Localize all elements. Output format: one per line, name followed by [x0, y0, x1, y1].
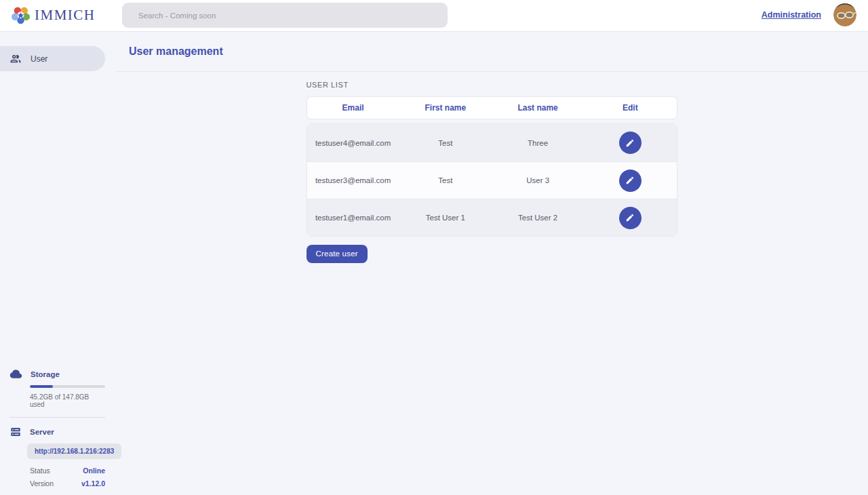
user-table-row: testuser3@email.com Test User 3 — [307, 161, 677, 199]
edit-user-button[interactable] — [619, 207, 642, 229]
user-list-label: USER LIST — [307, 81, 677, 89]
pencil-icon — [625, 176, 635, 185]
user-last-name-cell: Three — [492, 139, 584, 147]
sidebar: User Storage 45.2GB of 147.8GB used — [0, 32, 115, 495]
version-label: Version — [30, 479, 54, 488]
user-email-cell: testuser4@email.com — [307, 139, 399, 147]
storage-progress-bar — [30, 385, 105, 388]
server-status-row: Status Online — [30, 467, 105, 475]
sidebar-divider — [9, 417, 105, 418]
column-header-first-name: First name — [399, 103, 492, 113]
administration-link[interactable]: Administration — [762, 10, 821, 20]
server-section-header: Server — [9, 426, 105, 438]
user-email-cell: testuser1@email.com — [307, 214, 399, 222]
create-user-button[interactable]: Create user — [307, 245, 368, 263]
cloud-icon — [9, 368, 22, 380]
sidebar-footer: Storage 45.2GB of 147.8GB used Server ht… — [0, 368, 115, 488]
storage-usage-text: 45.2GB of 147.8GB used — [30, 393, 105, 408]
user-last-name-cell: User 3 — [492, 176, 584, 184]
pencil-icon — [625, 213, 635, 222]
status-label: Status — [30, 467, 50, 475]
edit-user-button[interactable] — [619, 132, 642, 154]
user-first-name-cell: Test User 1 — [399, 214, 492, 222]
server-title: Server — [30, 428, 54, 436]
user-first-name-cell: Test — [399, 139, 492, 147]
column-header-email: Email — [307, 103, 399, 113]
storage-title: Storage — [31, 370, 60, 378]
immich-flower-icon — [12, 6, 30, 24]
version-value: v1.12.0 — [81, 479, 105, 488]
user-first-name-cell: Test — [399, 176, 492, 184]
users-icon — [9, 53, 22, 65]
app-title: IMMICH — [35, 7, 96, 24]
search-input[interactable] — [122, 3, 448, 28]
user-list-section: USER LIST EmailFirst nameLast nameEdit t… — [307, 81, 677, 263]
status-value: Online — [83, 467, 105, 475]
server-version-row: Version v1.12.0 — [30, 479, 105, 488]
top-bar: IMMICH Administration — [0, 0, 868, 32]
sidebar-item-user[interactable]: User — [0, 46, 105, 71]
user-table-row: testuser4@email.com Test Three — [307, 124, 677, 161]
user-avatar[interactable] — [833, 3, 856, 26]
pencil-icon — [625, 138, 635, 148]
user-table-row: testuser1@email.com Test User 1 Test Use… — [307, 199, 677, 236]
sidebar-item-label: User — [31, 54, 47, 64]
storage-progress-fill — [30, 385, 53, 388]
server-icon — [9, 426, 22, 438]
user-table-body: testuser4@email.com Test Three testuser3… — [307, 123, 677, 237]
main-content: User management USER LIST EmailFirst nam… — [115, 32, 868, 495]
user-email-cell: testuser3@email.com — [307, 176, 399, 184]
server-url-chip: http://192.168.1.216:2283 — [27, 443, 121, 459]
user-last-name-cell: Test User 2 — [492, 214, 584, 222]
edit-user-button[interactable] — [619, 170, 642, 192]
column-header-last-name: Last name — [492, 103, 584, 113]
storage-section-header: Storage — [9, 368, 105, 380]
page-title-bar: User management — [115, 32, 868, 72]
page-title: User management — [129, 45, 223, 58]
immich-logo[interactable]: IMMICH — [12, 6, 96, 24]
user-table-header: EmailFirst nameLast nameEdit — [307, 96, 677, 119]
column-header-edit: Edit — [584, 103, 676, 113]
